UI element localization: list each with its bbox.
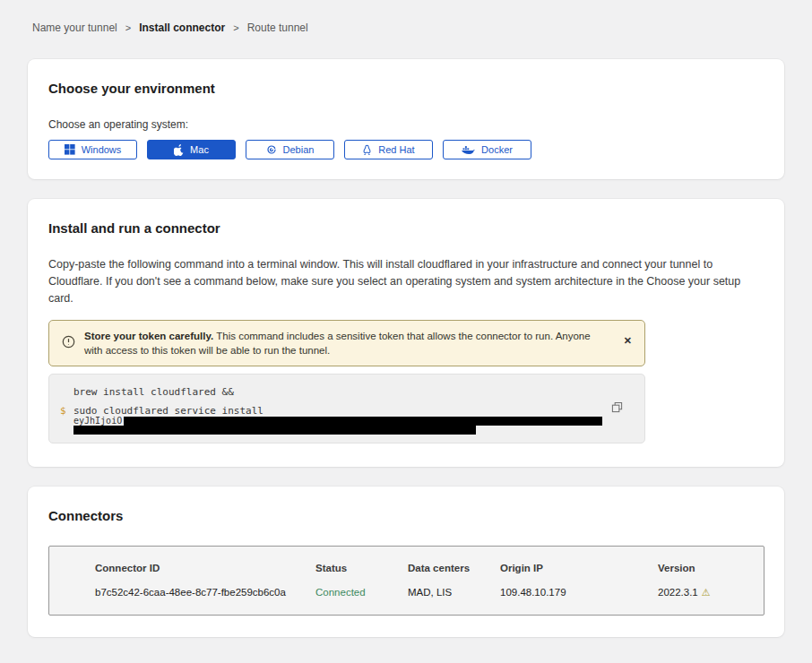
- shell-prompt: $: [60, 405, 66, 417]
- os-button-mac[interactable]: Mac: [147, 140, 236, 159]
- docker-icon: [462, 145, 475, 155]
- debian-icon: [266, 144, 277, 155]
- warning-title: Store your token carefully.: [84, 331, 213, 341]
- os-button-redhat[interactable]: Red Hat: [344, 140, 433, 159]
- connectors-card: Connectors Connector ID Status Data cent…: [28, 486, 784, 637]
- origin-ip-value: 109.48.10.179: [500, 586, 658, 598]
- os-button-label: Debian: [283, 144, 315, 155]
- os-button-docker[interactable]: Docker: [443, 140, 531, 159]
- connector-id-value: b7c52c42-6caa-48ee-8c77-fbe259cb6c0a: [95, 586, 315, 598]
- token-warning-banner: Store your token carefully. This command…: [48, 320, 645, 366]
- data-centers-value: MAD, LIS: [408, 586, 500, 598]
- version-number: 2022.3.1: [658, 587, 698, 598]
- col-header-version: Version: [658, 562, 764, 574]
- code-line-sudo: sudo cloudflared service install: [73, 405, 609, 417]
- choose-environment-card: Choose your environment Choose an operat…: [28, 59, 784, 179]
- col-header-status: Status: [315, 562, 408, 574]
- install-card-title: Install and run a connector: [48, 220, 764, 237]
- os-button-label: Windows: [82, 144, 122, 155]
- redhat-icon: [362, 144, 372, 156]
- breadcrumb-separator: >: [233, 22, 238, 34]
- breadcrumb: Name your tunnel > Install connector > R…: [0, 0, 812, 34]
- breadcrumb-install-connector[interactable]: Install connector: [139, 22, 225, 34]
- breadcrumb-name-your-tunnel[interactable]: Name your tunnel: [32, 22, 117, 34]
- environment-card-title: Choose your environment: [48, 81, 764, 97]
- install-command-codeblock[interactable]: $ brew install cloudflared && sudo cloud…: [48, 374, 645, 443]
- install-description: Copy-paste the following command into a …: [48, 256, 764, 307]
- connectors-card-title: Connectors: [48, 508, 764, 524]
- os-button-label: Mac: [190, 144, 209, 155]
- os-select-label: Choose an operating system:: [48, 118, 764, 131]
- close-icon[interactable]: ✕: [624, 336, 632, 345]
- os-button-group: Windows Mac Debian Red Hat: [48, 140, 764, 159]
- version-warning-icon: ⚠: [702, 587, 711, 598]
- code-line-token-2: [73, 426, 609, 435]
- col-header-origin-ip: Origin IP: [500, 562, 658, 574]
- col-header-connector-id: Connector ID: [95, 562, 315, 574]
- breadcrumb-route-tunnel[interactable]: Route tunnel: [247, 22, 308, 34]
- warning-text: Store your token carefully. This command…: [84, 329, 592, 357]
- tunnel-setup-page: Name your tunnel > Install connector > R…: [0, 0, 812, 663]
- os-button-debian[interactable]: Debian: [246, 140, 334, 159]
- os-button-windows[interactable]: Windows: [48, 140, 137, 159]
- redaction-bar: [73, 426, 476, 435]
- os-button-label: Red Hat: [378, 144, 414, 155]
- breadcrumb-separator: >: [125, 22, 131, 34]
- os-button-label: Docker: [481, 144, 513, 155]
- connectors-table: Connector ID Status Data centers Origin …: [48, 546, 764, 616]
- col-header-data-centers: Data centers: [408, 562, 500, 574]
- alert-circle-icon: [62, 335, 75, 352]
- install-connector-card: Install and run a connector Copy-paste t…: [28, 199, 784, 467]
- version-value: 2022.3.1⚠: [658, 586, 764, 598]
- apple-icon: [174, 144, 184, 156]
- windows-icon: [65, 144, 75, 155]
- status-badge: Connected: [315, 586, 408, 598]
- copy-icon[interactable]: [611, 401, 623, 416]
- code-line-token: eyJhIjoiO: [73, 417, 609, 426]
- code-line-brew: brew install cloudflared &&: [73, 386, 609, 398]
- token-prefix: eyJhIjoiO: [73, 416, 122, 426]
- redaction-bar: [124, 417, 602, 426]
